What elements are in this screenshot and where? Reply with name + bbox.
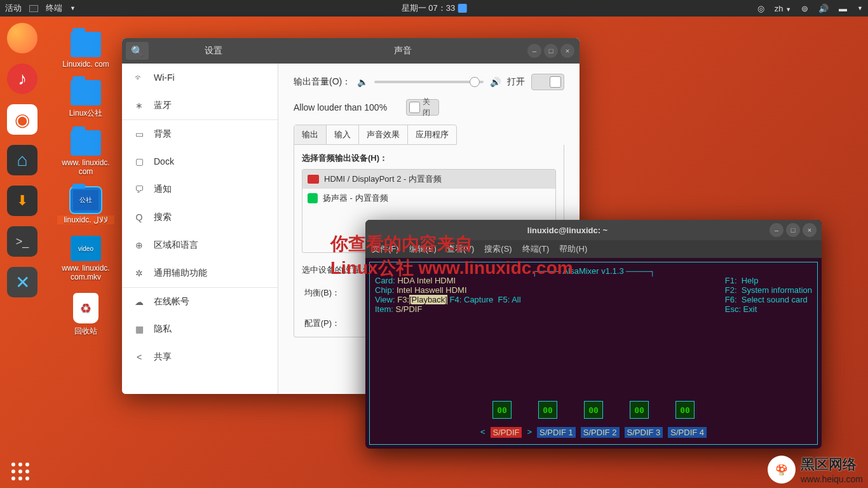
- accessibility-icon: ✲: [133, 268, 145, 278]
- watermark-brand: 🍄 黑区网络www.heiqu.com: [768, 455, 863, 484]
- desktop-folder[interactable]: www. linuxidc. com: [57, 130, 114, 176]
- dock-music[interactable]: ♪: [7, 64, 37, 94]
- alsamixer-labels: <S/PDIF> S/PDIF 1 S/PDIF 2 S/PDIF 3 S/PD…: [370, 427, 817, 438]
- activities-button[interactable]: 活动: [5, 3, 22, 14]
- desktop-video[interactable]: videowww. linuxidc. com.mkv: [57, 236, 114, 281]
- terminal-body[interactable]: ┌──── AlsaMixer v1.1.3 ────┐ Card: HDA I…: [365, 258, 822, 449]
- tab-applications[interactable]: 应用程序: [408, 125, 456, 144]
- maximize-button[interactable]: □: [544, 44, 558, 58]
- terminal-window: linuxidc@linuxidc: ~ – □ × 文件(F) 编辑(E) 查…: [365, 220, 822, 449]
- accessibility-icon[interactable]: ◎: [757, 4, 764, 13]
- search-icon: 🔍: [131, 45, 144, 57]
- close-button[interactable]: ×: [803, 223, 817, 237]
- sidebar-item-notifications[interactable]: 🗩通知: [122, 175, 278, 203]
- show-applications[interactable]: [11, 463, 29, 480]
- dock-tools[interactable]: ✕: [7, 267, 37, 297]
- weather-icon: [458, 4, 466, 13]
- sidebar-item-search[interactable]: Q搜索: [122, 203, 278, 231]
- profile-label: 配置(P)：: [302, 318, 340, 329]
- channel-label: S/PDIF 4: [668, 427, 707, 438]
- desktop-folder[interactable]: Linux公社: [57, 80, 114, 119]
- titlebar[interactable]: 🔍 设置 声音 – □ ×: [122, 38, 580, 64]
- alsamixer-channels: 00 00 00 00 00: [370, 401, 817, 419]
- speaker-mute-icon: 🔈: [357, 77, 368, 87]
- dock-files[interactable]: ⌂: [7, 145, 37, 175]
- dock-software[interactable]: ⬇: [7, 186, 37, 216]
- search-button[interactable]: 🔍: [126, 42, 149, 60]
- sidebar-item-wifi[interactable]: ᯤWi-Fi: [122, 64, 278, 92]
- globe-icon: ⊕: [133, 240, 145, 250]
- desktop-folder-selected[interactable]: 公社linuxidc. لالال: [57, 187, 114, 224]
- menu-search[interactable]: 搜索(S): [484, 243, 512, 255]
- louder-label: Allow louder than 100%: [294, 102, 387, 112]
- terminal-titlebar[interactable]: linuxidc@linuxidc: ~ – □ ×: [365, 220, 822, 240]
- tab-effects[interactable]: 声音效果: [359, 125, 408, 144]
- channel-level: 00: [538, 401, 557, 419]
- volume-slider[interactable]: [374, 81, 484, 83]
- sidebar-item-online-accounts[interactable]: ☁在线帐号: [122, 287, 278, 315]
- terminal-title: linuxidc@linuxidc: ~: [365, 226, 770, 235]
- network-icon[interactable]: ⊚: [801, 4, 808, 13]
- sound-tabs: 输出 输入 声音效果 应用程序: [294, 125, 457, 145]
- share-icon: <: [133, 352, 145, 362]
- background-icon: ▭: [133, 129, 145, 139]
- louder-toggle[interactable]: 关闭: [406, 99, 439, 116]
- menu-view[interactable]: 查看(V): [447, 243, 474, 255]
- menu-file[interactable]: 文件(F): [372, 243, 399, 255]
- sidebar-item-bluetooth[interactable]: ∗蓝牙: [122, 92, 278, 119]
- monitor-icon: [308, 175, 319, 184]
- channel-level: 00: [630, 401, 649, 419]
- dock-firefox[interactable]: [7, 23, 37, 53]
- desktop-folder[interactable]: Linuxidc. com: [57, 32, 114, 69]
- desktop-trash[interactable]: ♻回收站: [57, 293, 114, 337]
- channel-label: S/PDIF 3: [625, 427, 663, 438]
- channel-label: S/PDIF 2: [581, 427, 620, 438]
- selected-settings-label: 选中设备的设置：: [302, 264, 368, 276]
- dock-terminal[interactable]: >_: [7, 226, 37, 257]
- clock[interactable]: 星期一 07：33: [402, 3, 456, 14]
- bluetooth-icon: ∗: [133, 100, 145, 111]
- dock: ♪ ◉ ⌂ ⬇ >_ ✕: [0, 17, 44, 488]
- battery-icon[interactable]: ▬: [839, 4, 847, 13]
- sidebar-item-dock[interactable]: ▢Dock: [122, 147, 278, 175]
- close-button[interactable]: ×: [560, 44, 574, 58]
- dock-screenshot[interactable]: ◉: [7, 104, 37, 135]
- minimize-button[interactable]: –: [527, 44, 541, 58]
- lock-icon: ▦: [133, 324, 145, 334]
- alsamixer-info: Card: HDA Intel HDMI Chip: Intel Haswell…: [375, 276, 521, 314]
- minimize-button[interactable]: –: [770, 223, 783, 237]
- tab-input[interactable]: 输入: [327, 125, 359, 144]
- settings-sidebar: ᯤWi-Fi ∗蓝牙 ▭背景 ▢Dock 🗩通知 Q搜索 ⊕区域和语言 ✲通用辅…: [122, 64, 278, 394]
- channel-level: 00: [492, 401, 512, 419]
- sidebar-item-sharing[interactable]: <共享: [122, 343, 278, 371]
- choose-device-label: 选择音频输出设备(H)：: [302, 152, 556, 164]
- content-title: 声音: [278, 45, 527, 57]
- volume-toggle[interactable]: [531, 74, 564, 90]
- chevron-down-icon: ▼: [70, 5, 76, 11]
- alsamixer-title: ┌──── AlsaMixer v1.1.3 ────┐: [375, 266, 812, 276]
- channel-label: S/PDIF 1: [537, 427, 576, 438]
- volume-icon[interactable]: 🔊: [818, 4, 829, 13]
- desktop-icons: Linuxidc. com Linux公社 www. linuxidc. com…: [57, 32, 114, 337]
- device-speaker[interactable]: 扬声器 - 内置音频: [302, 189, 555, 208]
- maximize-button[interactable]: □: [786, 223, 800, 237]
- sidebar-item-accessibility[interactable]: ✲通用辅助功能: [122, 259, 278, 287]
- menu-help[interactable]: 帮助(H): [559, 243, 587, 255]
- channel-level: 00: [584, 401, 603, 419]
- sidebar-item-region[interactable]: ⊕区域和语言: [122, 231, 278, 259]
- dock-icon: ▢: [133, 156, 145, 166]
- speaker-icon: 🔊: [490, 77, 501, 87]
- menu-terminal[interactable]: 终端(T): [522, 243, 550, 255]
- tab-output[interactable]: 输出: [294, 125, 327, 144]
- wifi-icon: ᯤ: [133, 72, 145, 83]
- input-method[interactable]: zh ▼: [775, 4, 791, 13]
- open-label: 打开: [507, 76, 525, 88]
- alsamixer-help: F1: Help F2: System information F6: Sele…: [725, 276, 812, 314]
- device-hdmi[interactable]: HDMI / DisplayPort 2 - 内置音频: [302, 170, 555, 189]
- terminal-menubar: 文件(F) 编辑(E) 查看(V) 搜索(S) 终端(T) 帮助(H): [365, 240, 822, 258]
- menu-edit[interactable]: 编辑(E): [409, 243, 437, 255]
- sidebar-item-privacy[interactable]: ▦隐私: [122, 315, 278, 343]
- app-menu[interactable]: 终端: [46, 3, 62, 14]
- sidebar-item-background[interactable]: ▭背景: [122, 119, 278, 147]
- output-volume-label: 输出音量(O)：: [294, 76, 351, 88]
